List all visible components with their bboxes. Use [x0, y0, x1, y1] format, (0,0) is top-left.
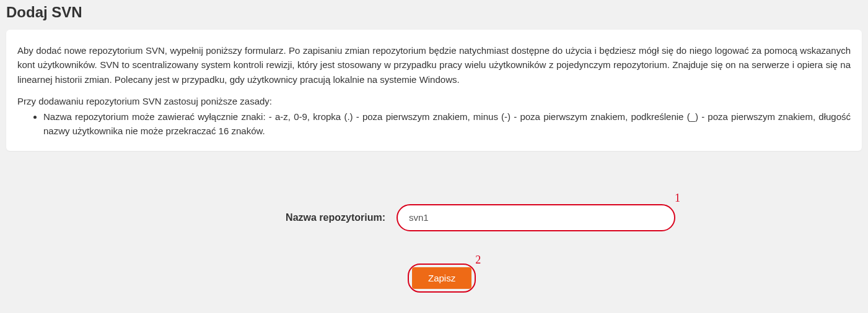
form-area: Nazwa repozytorium: 1 Zapisz 2 — [0, 151, 868, 305]
save-button-highlight: Zapisz 2 — [408, 264, 476, 293]
page-title: Dodaj SVN — [6, 4, 862, 21]
info-rules-intro: Przy dodawaniu repozytorium SVN zastosuj… — [17, 94, 851, 108]
info-rule-item: Nazwa repozytorium może zawierać wyłączn… — [43, 109, 851, 139]
info-panel: Aby dodać nowe repozytorium SVN, wypełni… — [6, 30, 862, 151]
button-row: Zapisz 2 — [0, 264, 868, 293]
save-button[interactable]: Zapisz — [412, 267, 471, 289]
annotation-2: 2 — [475, 254, 481, 267]
annotation-1: 1 — [675, 192, 680, 205]
page-header: Dodaj SVN — [0, 0, 868, 30]
repo-name-input[interactable] — [397, 204, 675, 231]
info-rules-list: Nazwa repozytorium może zawierać wyłączn… — [17, 109, 851, 139]
info-paragraph-main: Aby dodać nowe repozytorium SVN, wypełni… — [17, 43, 851, 87]
form-row-repo-name: Nazwa repozytorium: 1 — [0, 204, 868, 231]
repo-name-label: Nazwa repozytorium: — [0, 212, 397, 223]
repo-name-input-wrap: 1 — [397, 204, 675, 231]
